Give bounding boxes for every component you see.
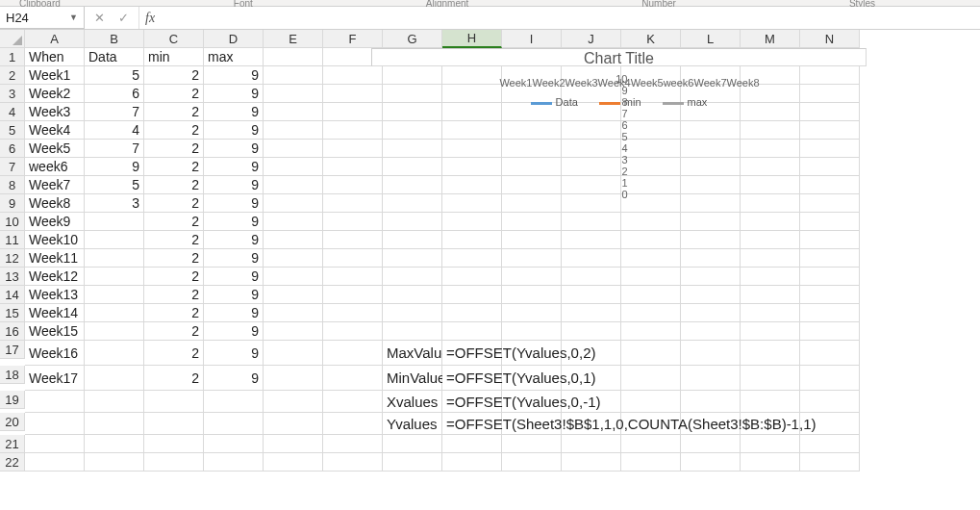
cell-E18[interactable] (264, 366, 323, 391)
cell-I7[interactable] (502, 158, 562, 176)
cell-A8[interactable]: Week7 (25, 176, 85, 194)
cell-D5[interactable]: 9 (204, 121, 264, 140)
cell-E14[interactable] (264, 286, 323, 304)
cell-G8[interactable] (383, 176, 442, 194)
cell-C15[interactable]: 2 (144, 304, 204, 322)
cell-F3[interactable] (323, 85, 383, 103)
cell-B3[interactable]: 6 (85, 85, 144, 103)
cell-D6[interactable]: 9 (204, 140, 264, 158)
cell-J11[interactable] (562, 231, 621, 249)
legend-max[interactable]: max (663, 96, 708, 108)
cell-F2[interactable] (323, 66, 383, 85)
cell-L8[interactable] (681, 176, 741, 194)
cell-E22[interactable] (264, 453, 323, 472)
cell-B10[interactable] (85, 213, 144, 231)
cell-K12[interactable] (621, 249, 681, 268)
cell-J16[interactable] (562, 322, 621, 341)
cell-C6[interactable]: 2 (144, 140, 204, 158)
cell-K21[interactable] (621, 435, 681, 453)
column-header-K[interactable]: K (621, 30, 681, 48)
cell-H14[interactable] (442, 286, 502, 304)
cell-C4[interactable]: 2 (144, 103, 204, 121)
cell-I22[interactable] (502, 453, 562, 472)
cell-I16[interactable] (502, 322, 562, 341)
row-header-21[interactable]: 21 (0, 435, 25, 453)
row-header-19[interactable]: 19 (0, 391, 25, 409)
row-header-13[interactable]: 13 (0, 268, 25, 286)
cell-E12[interactable] (264, 249, 323, 268)
cancel-icon[interactable]: ✕ (94, 11, 105, 25)
cell-D7[interactable]: 9 (204, 158, 264, 176)
fx-icon[interactable]: fx (139, 7, 161, 29)
cell-A17[interactable]: Week16 (25, 341, 85, 366)
cell-K19[interactable] (621, 391, 681, 413)
row-header-17[interactable]: 17 (0, 341, 25, 359)
cell-D12[interactable]: 9 (204, 249, 264, 268)
cell-C19[interactable] (144, 391, 204, 413)
cell-A21[interactable] (25, 435, 85, 453)
cell-B5[interactable]: 4 (85, 121, 144, 140)
cell-H11[interactable] (442, 231, 502, 249)
embedded-chart[interactable]: Chart Title 109876543210 Week1Week2Week3… (371, 48, 867, 66)
cell-A7[interactable]: week6 (25, 158, 85, 176)
cell-N22[interactable] (800, 453, 860, 472)
cell-F4[interactable] (323, 103, 383, 121)
cell-L17[interactable] (681, 341, 741, 366)
cell-I8[interactable] (502, 176, 562, 194)
cell-D21[interactable] (204, 435, 264, 453)
column-header-N[interactable]: N (800, 30, 860, 48)
cell-M22[interactable] (741, 453, 800, 472)
cell-L16[interactable] (681, 322, 741, 341)
cell-A15[interactable]: Week14 (25, 304, 85, 322)
cell-G2[interactable] (383, 66, 442, 85)
cell-L11[interactable] (681, 231, 741, 249)
cell-E8[interactable] (264, 176, 323, 194)
cell-G13[interactable] (383, 268, 442, 286)
cell-M21[interactable] (741, 435, 800, 453)
cell-H15[interactable] (442, 304, 502, 322)
cell-F12[interactable] (323, 249, 383, 268)
cell-B21[interactable] (85, 435, 144, 453)
cell-C1[interactable]: min (144, 48, 204, 66)
column-header-E[interactable]: E (264, 30, 323, 48)
cell-N10[interactable] (800, 213, 860, 231)
cell-C22[interactable] (144, 453, 204, 472)
cell-D9[interactable]: 9 (204, 194, 264, 213)
cell-H3[interactable] (442, 85, 502, 103)
cell-A18[interactable]: Week17 (25, 366, 85, 391)
cell-N17[interactable] (800, 341, 860, 366)
column-header-D[interactable]: D (204, 30, 264, 48)
cell-G10[interactable] (383, 213, 442, 231)
cell-A5[interactable]: Week4 (25, 121, 85, 140)
cell-H2[interactable] (442, 66, 502, 85)
cell-L10[interactable] (681, 213, 741, 231)
cell-G12[interactable] (383, 249, 442, 268)
cell-F6[interactable] (323, 140, 383, 158)
cell-D11[interactable]: 9 (204, 231, 264, 249)
cell-G16[interactable] (383, 322, 442, 341)
cell-E13[interactable] (264, 268, 323, 286)
cell-D18[interactable]: 9 (204, 366, 264, 391)
cell-A11[interactable]: Week10 (25, 231, 85, 249)
cell-M8[interactable] (741, 176, 800, 194)
cell-B4[interactable]: 7 (85, 103, 144, 121)
cell-L14[interactable] (681, 286, 741, 304)
cell-D20[interactable] (204, 413, 264, 435)
row-header-12[interactable]: 12 (0, 249, 25, 268)
cell-E19[interactable] (264, 391, 323, 413)
cell-C8[interactable]: 2 (144, 176, 204, 194)
cell-L18[interactable] (681, 366, 741, 391)
cell-D22[interactable] (204, 453, 264, 472)
cell-J21[interactable] (562, 435, 621, 453)
formula-bar[interactable] (161, 7, 980, 29)
cell-A20[interactable] (25, 413, 85, 435)
cell-H18[interactable]: =OFFSET(Yvalues,0,1) (442, 366, 502, 391)
cell-M17[interactable] (741, 341, 800, 366)
cell-C16[interactable]: 2 (144, 322, 204, 341)
cell-C12[interactable]: 2 (144, 249, 204, 268)
cell-G6[interactable] (383, 140, 442, 158)
cell-K22[interactable] (621, 453, 681, 472)
cell-D1[interactable]: max (204, 48, 264, 66)
cell-F17[interactable] (323, 341, 383, 366)
cell-I13[interactable] (502, 268, 562, 286)
